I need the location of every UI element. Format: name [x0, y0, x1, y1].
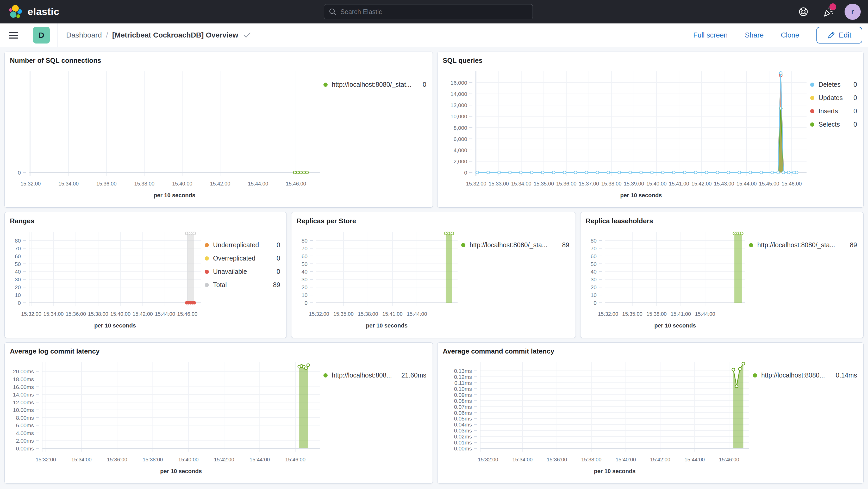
panel-ranges: Ranges 15:32:0015:34:0015:36:0015:38:001…: [4, 212, 287, 338]
svg-text:15:38:00: 15:38:00: [88, 311, 108, 317]
breadcrumb: Dashboard / [Metricbeat CockroachDB] Ove…: [66, 31, 251, 39]
legend-series-label: Underreplicated: [213, 241, 272, 249]
svg-text:0.00ms: 0.00ms: [454, 446, 472, 452]
news-button[interactable]: [820, 4, 836, 20]
legend: http://localhost:808...21.60ms: [323, 357, 429, 484]
svg-text:0.01ms: 0.01ms: [454, 439, 472, 446]
global-search: [324, 4, 533, 19]
svg-text:15:40:00: 15:40:00: [172, 181, 192, 186]
svg-text:0.11ms: 0.11ms: [455, 380, 472, 386]
avatar[interactable]: r: [844, 4, 861, 20]
legend-item[interactable]: Overreplicated0: [205, 254, 280, 262]
legend-series-label: Updates: [818, 94, 849, 101]
svg-text:15:33:00: 15:33:00: [489, 181, 509, 186]
svg-text:15:43:00: 15:43:00: [714, 181, 734, 186]
legend-series-dot: [205, 256, 209, 261]
legend-item[interactable]: http://localhost:8080/_sta...89: [749, 241, 857, 249]
svg-text:0: 0: [18, 300, 21, 306]
legend-series-value: 0: [277, 268, 280, 275]
panel-replicas-per-store: Replicas per Store 15:32:0015:35:0015:38…: [291, 212, 576, 338]
legend-series-dot: [323, 373, 328, 377]
chart-ranges: 15:32:0015:34:0015:36:0015:38:0015:40:00…: [8, 226, 205, 338]
legend-item[interactable]: Updates0: [810, 94, 857, 101]
svg-text:per 10 seconds: per 10 seconds: [366, 322, 408, 329]
svg-text:18.00ms: 18.00ms: [13, 376, 34, 382]
svg-text:15:42:00: 15:42:00: [650, 457, 670, 462]
edit-button[interactable]: Edit: [816, 27, 862, 43]
svg-text:15:40:00: 15:40:00: [646, 181, 667, 186]
breadcrumb-dashboard-link[interactable]: Dashboard: [66, 31, 102, 39]
full-screen-button[interactable]: Full screen: [693, 31, 727, 39]
svg-text:14.00ms: 14.00ms: [13, 392, 34, 398]
legend-series-label: Selects: [818, 121, 849, 128]
svg-text:per 10 seconds: per 10 seconds: [620, 192, 662, 198]
svg-text:10: 10: [15, 292, 21, 298]
legend-series-value: 89: [273, 281, 280, 289]
legend-series-label: Inserts: [818, 107, 849, 115]
menu-button[interactable]: [9, 30, 18, 40]
legend-series-value: 89: [850, 241, 857, 249]
svg-text:2,000: 2,000: [454, 158, 467, 164]
svg-text:70: 70: [302, 245, 308, 251]
svg-text:15:34:00: 15:34:00: [512, 457, 533, 462]
svg-text:15:34:00: 15:34:00: [58, 181, 79, 186]
legend-series-label: http://localhost:808...: [332, 371, 397, 379]
svg-text:30: 30: [15, 276, 21, 282]
svg-text:15:46:00: 15:46:00: [285, 457, 306, 462]
legend-item[interactable]: http://localhost:8080...0.14ms: [753, 371, 857, 379]
app-icon-letter: D: [38, 31, 44, 40]
divider: [26, 24, 26, 47]
svg-text:15:34:00: 15:34:00: [511, 181, 531, 186]
svg-text:0.07ms: 0.07ms: [454, 404, 472, 410]
svg-text:15:44:00: 15:44:00: [249, 457, 270, 462]
svg-text:80: 80: [591, 238, 597, 244]
svg-text:15:41:00: 15:41:00: [669, 181, 689, 186]
legend-series-value: 0: [277, 254, 280, 262]
svg-text:12,000: 12,000: [451, 102, 467, 108]
legend-series-label: Overreplicated: [213, 254, 272, 262]
svg-text:15:44:00: 15:44:00: [155, 311, 175, 317]
legend-item[interactable]: Deletes0: [810, 81, 857, 88]
legend-item[interactable]: http://localhost:8080/_stat...0: [323, 81, 426, 88]
elastic-home-link[interactable]: elastic: [8, 4, 59, 19]
svg-text:15:39:00: 15:39:00: [624, 181, 644, 186]
help-button[interactable]: [796, 4, 811, 20]
svg-text:15:42:00: 15:42:00: [210, 181, 230, 186]
svg-text:4.00ms: 4.00ms: [16, 430, 34, 436]
chart-sql-connections: 15:32:0015:34:0015:36:0015:38:0015:40:00…: [8, 66, 323, 208]
legend-item[interactable]: Underreplicated0: [205, 241, 280, 249]
legend: http://localhost:8080/_sta...89: [461, 226, 572, 338]
legend-item[interactable]: http://localhost:8080/_sta...89: [461, 241, 569, 249]
svg-text:0: 0: [464, 170, 467, 176]
svg-text:0.12ms: 0.12ms: [454, 374, 472, 380]
svg-text:10: 10: [302, 292, 308, 298]
legend-series-dot: [205, 270, 209, 274]
legend-series-value: 0: [423, 81, 426, 88]
dashboard-toolbar: D Dashboard / [Metricbeat CockroachDB] O…: [0, 24, 868, 47]
svg-text:15:44:00: 15:44:00: [695, 311, 715, 317]
share-button[interactable]: Share: [745, 31, 764, 39]
svg-text:60: 60: [302, 253, 308, 259]
legend-item[interactable]: Unavailable0: [205, 268, 280, 275]
svg-text:15:38:00: 15:38:00: [646, 311, 667, 317]
svg-text:20: 20: [591, 284, 597, 290]
svg-text:12.00ms: 12.00ms: [13, 399, 34, 405]
legend-series-dot: [205, 283, 209, 287]
panel-title: Average command commit latency: [443, 347, 858, 355]
svg-text:14,000: 14,000: [451, 91, 467, 97]
page-title: [Metricbeat CockroachDB] Overview: [112, 31, 238, 39]
clone-button[interactable]: Clone: [781, 31, 799, 39]
legend-item[interactable]: Inserts0: [810, 107, 857, 115]
svg-text:60: 60: [591, 253, 597, 259]
toolbar-actions: Full screen Share Clone Edit: [693, 24, 868, 47]
legend-series-value: 0: [277, 241, 280, 249]
panel-title: Number of SQL connections: [10, 57, 427, 65]
svg-text:0.13ms: 0.13ms: [454, 368, 472, 374]
title-options-button[interactable]: [243, 32, 251, 38]
legend-item[interactable]: Selects0: [810, 121, 857, 128]
legend-item[interactable]: http://localhost:808...21.60ms: [323, 371, 426, 379]
legend-series-value: 0: [854, 121, 857, 128]
search-input[interactable]: [324, 4, 533, 19]
legend-item[interactable]: Total89: [205, 281, 280, 289]
svg-text:30: 30: [591, 276, 597, 282]
